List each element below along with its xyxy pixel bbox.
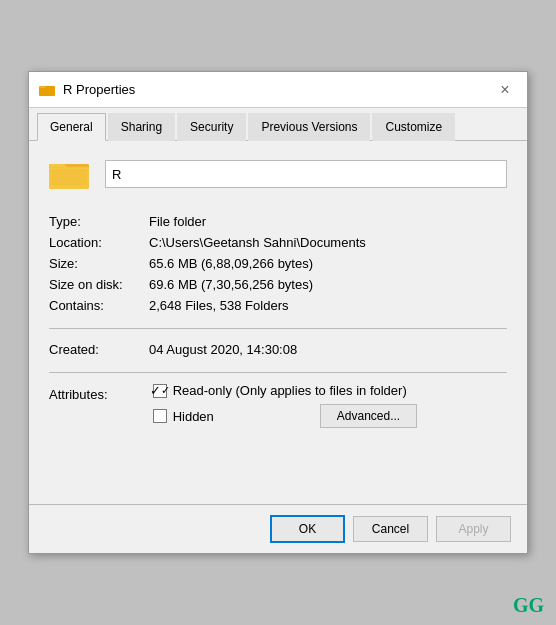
contains-row: Contains: 2,648 Files, 538 Folders	[49, 295, 507, 316]
location-row: Location: C:\Users\Geetansh Sahni\Docume…	[49, 232, 507, 253]
svg-rect-6	[51, 169, 88, 186]
divider-1	[49, 328, 507, 329]
type-row: Type: File folder	[49, 211, 507, 232]
advanced-button[interactable]: Advanced...	[320, 404, 417, 428]
created-row: Created: 04 August 2020, 14:30:08	[49, 339, 507, 360]
contains-value: 2,648 Files, 538 Folders	[149, 295, 507, 316]
created-value: 04 August 2020, 14:30:08	[149, 339, 507, 360]
size-value: 65.6 MB (6,88,09,266 bytes)	[149, 253, 507, 274]
tab-content: Type: File folder Location: C:\Users\Gee…	[29, 141, 527, 444]
readonly-checkbox[interactable]: ✓	[153, 384, 167, 398]
title-folder-icon	[39, 82, 55, 98]
location-value: C:\Users\Geetansh Sahni\Documents	[149, 232, 507, 253]
size-on-disk-value: 69.6 MB (7,30,56,256 bytes)	[149, 274, 507, 295]
watermark: GG	[513, 594, 544, 617]
contains-label: Contains:	[49, 295, 149, 316]
folder-name-row	[49, 157, 507, 191]
spacer	[29, 444, 527, 504]
size-on-disk-label: Size on disk:	[49, 274, 149, 295]
readonly-label: Read-only (Only applies to files in fold…	[173, 383, 407, 398]
size-on-disk-row: Size on disk: 69.6 MB (7,30,56,256 bytes…	[49, 274, 507, 295]
divider-2	[49, 372, 507, 373]
title-bar: R Properties ×	[29, 72, 527, 108]
footer: OK Cancel Apply	[29, 504, 527, 553]
type-value: File folder	[149, 211, 507, 232]
folder-name-input[interactable]	[105, 160, 507, 188]
cancel-button[interactable]: Cancel	[353, 516, 428, 542]
tab-bar: General Sharing Security Previous Versio…	[29, 108, 527, 141]
folder-icon	[49, 157, 89, 191]
properties-table: Type: File folder Location: C:\Users\Gee…	[49, 211, 507, 316]
attributes-label: Attributes:	[49, 383, 149, 402]
created-table: Created: 04 August 2020, 14:30:08	[49, 339, 507, 360]
tab-previous-versions[interactable]: Previous Versions	[248, 113, 370, 141]
size-label: Size:	[49, 253, 149, 274]
attributes-controls: ✓ Read-only (Only applies to files in fo…	[153, 383, 418, 428]
hidden-row: Hidden Advanced...	[153, 404, 418, 428]
tab-general[interactable]: General	[37, 113, 106, 141]
type-label: Type:	[49, 211, 149, 232]
tab-customize[interactable]: Customize	[372, 113, 455, 141]
readonly-checkmark: ✓	[150, 383, 161, 398]
created-label: Created:	[49, 339, 149, 360]
close-button[interactable]: ×	[493, 78, 517, 102]
ok-button[interactable]: OK	[270, 515, 345, 543]
size-row: Size: 65.6 MB (6,88,09,266 bytes)	[49, 253, 507, 274]
readonly-row: ✓ Read-only (Only applies to files in fo…	[153, 383, 418, 398]
apply-button[interactable]: Apply	[436, 516, 511, 542]
title-bar-left: R Properties	[39, 82, 135, 98]
hidden-checkbox[interactable]	[153, 409, 167, 423]
window-title: R Properties	[63, 82, 135, 97]
attributes-section: Attributes: ✓ Read-only (Only applies to…	[49, 383, 507, 428]
location-label: Location:	[49, 232, 149, 253]
tab-sharing[interactable]: Sharing	[108, 113, 175, 141]
tab-security[interactable]: Security	[177, 113, 246, 141]
hidden-label: Hidden	[173, 409, 214, 424]
properties-window: R Properties × General Sharing Security …	[28, 71, 528, 554]
